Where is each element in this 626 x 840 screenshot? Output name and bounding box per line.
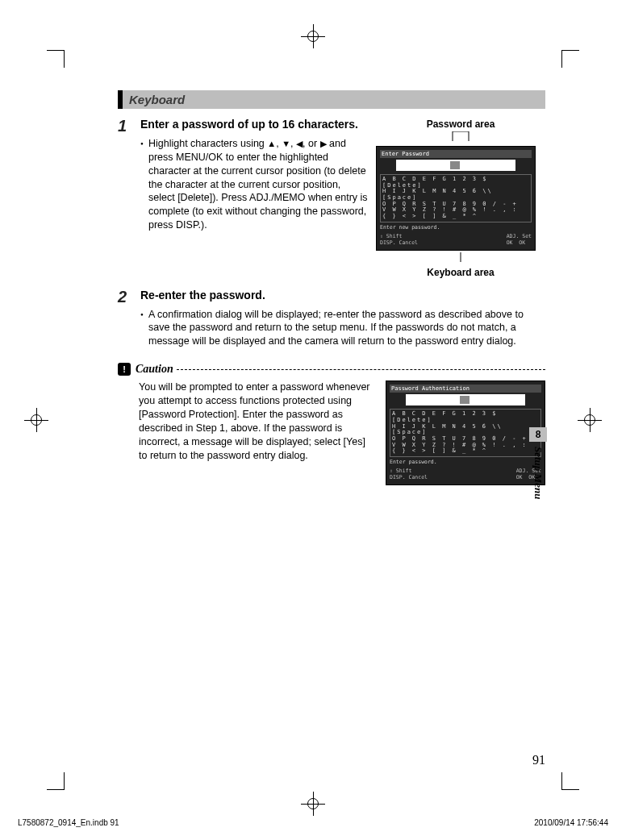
screen-prompt: Enter new password. [380, 224, 532, 231]
chapter-number: 8 [529, 427, 547, 442]
screen-title: Enter Password [380, 150, 532, 158]
screen-prompt: Enter password. [390, 459, 541, 465]
step-title: Re-enter the password. [140, 288, 545, 303]
leader-line-icon [444, 131, 477, 143]
bullet-text-pre: Highlight characters using [148, 138, 267, 149]
screen-foot-right: ADJ. Set OK OK [507, 233, 532, 247]
figure-password-screen: Password area Enter Password A B C D E F… [376, 117, 545, 280]
onscreen-keyboard: A B C D E F G 1 2 3 $ [Delete] H I J K L… [390, 409, 541, 457]
password-field [406, 394, 525, 405]
divider [177, 369, 545, 370]
screen-title: Password Authentication [390, 385, 541, 393]
step-bullet: A confirmation dialog will be displayed;… [148, 308, 545, 349]
arrow-right-icon: ▶ [320, 139, 327, 148]
caution-text: You will be prompted to enter a password… [139, 380, 374, 485]
kb-row: H I J K L M N 4 5 6 \\ [Space] [392, 424, 539, 436]
camera-screen: Password Authentication A B C D E F G 1 … [386, 380, 545, 485]
onscreen-keyboard: A B C D E F G 1 2 3 $ [Delete] H I J K L… [380, 174, 532, 222]
section-heading: Keyboard [118, 90, 545, 109]
page-number: 91 [532, 753, 545, 767]
kb-row: A B C D E F G 1 2 3 $ [Delete] [392, 411, 539, 423]
leader-line-icon [444, 251, 477, 262]
kb-row: H I J K L M N 4 5 6 \\ [Space] [382, 189, 529, 201]
step-bullet: Highlight characters using ▲, ▼, ◀, or ▶… [148, 137, 368, 232]
caution-label: Caution [136, 363, 173, 376]
registration-mark [301, 24, 325, 48]
registration-mark [578, 408, 602, 432]
figure-label-bottom: Keyboard area [376, 267, 545, 278]
kb-row: A B C D E F G 1 2 3 $ [Delete] [382, 177, 529, 189]
kb-row: { } < > [ ] & _ * ^ [392, 448, 539, 455]
registration-mark [24, 408, 48, 432]
bullet-text-post: and press MENU/OK to enter the highlight… [148, 138, 368, 231]
step-number: 1 [118, 117, 140, 232]
step-number: 2 [118, 288, 140, 349]
kb-row: { } < > [ ] & _ * ^ [382, 214, 529, 220]
footer-timestamp: 2010/09/14 17:56:44 [534, 818, 608, 827]
password-field [396, 160, 515, 171]
bullet-icon: • [140, 137, 148, 232]
registration-mark [301, 792, 325, 816]
screen-foot-left: ⇧ Shift DISP. Cancel [390, 468, 428, 481]
arrow-left-icon: ◀ [296, 139, 303, 148]
footer-filename: L7580872_0914_En.indb 91 [18, 818, 119, 827]
arrow-up-icon: ▲ [267, 139, 276, 148]
bullet-icon: • [140, 308, 148, 349]
arrow-down-icon: ▼ [282, 139, 290, 148]
screen-foot-left: ⇧ Shift DISP. Cancel [380, 233, 418, 247]
chapter-label: Setup Menu [532, 447, 545, 499]
chapter-tab: 8 Setup Menu [529, 427, 547, 499]
page-content: Keyboard 1 Enter a password of up to 16 … [81, 69, 545, 771]
step-title: Enter a password of up to 16 characters. [140, 117, 368, 132]
figure-auth-screen: Password Authentication A B C D E F G 1 … [386, 380, 545, 485]
camera-screen: Enter Password A B C D E F G 1 2 3 $ [De… [376, 146, 536, 251]
figure-label-top: Password area [376, 119, 545, 130]
caution-icon: ! [118, 363, 131, 376]
